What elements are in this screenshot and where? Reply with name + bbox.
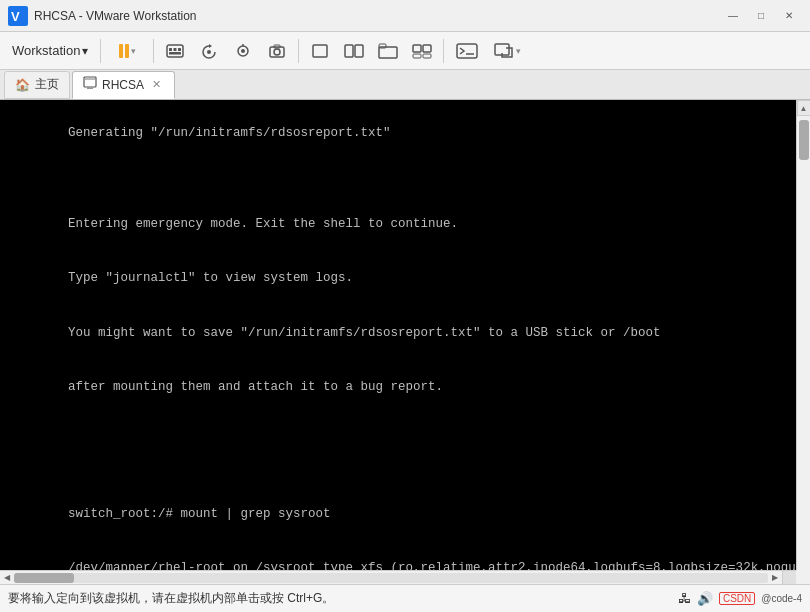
- view-scale-button[interactable]: [407, 37, 437, 65]
- svg-point-8: [207, 50, 211, 54]
- sound-icon: 🔊: [697, 591, 713, 606]
- toolbar: Workstation ▾ ▾: [0, 32, 810, 70]
- scroll-up-button[interactable]: ▲: [797, 100, 811, 116]
- status-message: 要将输入定向到该虚拟机，请在虚拟机内部单击或按 Ctrl+G。: [8, 590, 678, 607]
- view-normal-button[interactable]: [305, 37, 335, 65]
- svg-rect-6: [169, 52, 181, 55]
- tab-home[interactable]: 🏠 主页: [4, 71, 70, 99]
- svg-marker-7: [209, 44, 212, 48]
- tab-home-label: 主页: [35, 76, 59, 93]
- toolbar-separator-3: [298, 39, 299, 63]
- svg-rect-5: [178, 48, 181, 51]
- console-button[interactable]: [450, 37, 484, 65]
- svg-rect-16: [345, 45, 353, 57]
- home-icon: 🏠: [15, 78, 30, 92]
- svg-point-13: [274, 49, 280, 55]
- terminal-line-5: You might want to save "/run/initramfs/r…: [68, 326, 661, 340]
- svg-rect-23: [423, 54, 431, 58]
- window-title: RHCSA - VMware Workstation: [34, 9, 720, 23]
- maximize-button[interactable]: □: [748, 5, 774, 27]
- svg-rect-28: [87, 87, 93, 89]
- vm-icon: [83, 76, 97, 93]
- svg-rect-27: [84, 77, 96, 87]
- status-right: 🖧 🔊 CSDN @code-4: [678, 591, 802, 606]
- main-content: Generating "/run/initramfs/rdsosreport.t…: [0, 100, 810, 584]
- minimize-button[interactable]: —: [720, 5, 746, 27]
- h-scroll-thumb[interactable]: [14, 573, 74, 583]
- view-split-button[interactable]: [339, 37, 369, 65]
- tab-bar: 🏠 主页 RHCSA ✕: [0, 70, 810, 100]
- pause-icon: [119, 44, 129, 58]
- scroll-left-button[interactable]: ◀: [0, 571, 14, 585]
- svg-rect-22: [413, 54, 421, 58]
- horizontal-scrollbar[interactable]: ◀ ▶: [0, 570, 796, 584]
- title-bar: V RHCSA - VMware Workstation — □ ✕: [0, 0, 810, 32]
- toolbar-separator-1: [100, 39, 101, 63]
- toolbar-separator-2: [153, 39, 154, 63]
- tab-rhcsa[interactable]: RHCSA ✕: [72, 71, 175, 99]
- close-button[interactable]: ✕: [776, 5, 802, 27]
- code-badge: @code-4: [761, 593, 802, 604]
- svg-rect-17: [355, 45, 363, 57]
- window-controls: — □ ✕: [720, 5, 802, 27]
- svg-rect-21: [423, 45, 431, 52]
- terminal-line-3: Entering emergency mode. Exit the shell …: [68, 217, 458, 231]
- tab-rhcsa-close[interactable]: ✕: [149, 77, 164, 92]
- pause-button[interactable]: ▾: [107, 37, 147, 65]
- snapshot-manager-button[interactable]: [228, 37, 258, 65]
- scroll-right-button[interactable]: ▶: [768, 571, 782, 585]
- scroll-thumb[interactable]: [799, 120, 809, 160]
- terminal-line-4: Type "journalctl" to view system logs.: [68, 271, 353, 285]
- view-window-button[interactable]: ▾: [488, 37, 526, 65]
- svg-rect-15: [313, 45, 327, 57]
- svg-text:V: V: [11, 9, 20, 24]
- svg-point-10: [241, 49, 245, 53]
- svg-rect-4: [174, 48, 177, 51]
- take-snapshot-button[interactable]: [262, 37, 292, 65]
- svg-rect-24: [457, 44, 477, 58]
- svg-rect-3: [169, 48, 172, 51]
- h-scroll-track: [14, 573, 768, 583]
- vmware-icon: V: [8, 6, 28, 26]
- revert-snapshot-button[interactable]: [194, 37, 224, 65]
- dropdown-arrow-icon: ▾: [82, 44, 88, 58]
- terminal-line-1: Generating "/run/initramfs/rdsosreport.t…: [68, 126, 391, 140]
- svg-rect-18: [379, 47, 397, 58]
- terminal-line-9: switch_root:/# mount | grep sysroot: [68, 507, 331, 521]
- status-bar: 要将输入定向到该虚拟机，请在虚拟机内部单击或按 Ctrl+G。 🖧 🔊 CSDN…: [0, 584, 810, 612]
- vertical-scrollbar[interactable]: ▲: [796, 100, 810, 570]
- toolbar-separator-4: [443, 39, 444, 63]
- network-icon: 🖧: [678, 591, 691, 606]
- terminal-line-6: after mounting them and attach it to a b…: [68, 380, 443, 394]
- view-dropdown-icon: ▾: [516, 46, 521, 56]
- tab-rhcsa-label: RHCSA: [102, 78, 144, 92]
- workstation-label: Workstation: [12, 43, 80, 58]
- send-ctrlaltdel-button[interactable]: [160, 37, 190, 65]
- svg-rect-20: [413, 45, 421, 52]
- terminal-line-10: /dev/mapper/rhel-root on /sysroot type x…: [68, 561, 796, 570]
- workstation-menu-button[interactable]: Workstation ▾: [6, 37, 94, 65]
- csdn-badge: CSDN: [719, 592, 755, 605]
- terminal[interactable]: Generating "/run/initramfs/rdsosreport.t…: [0, 100, 796, 570]
- view-tabs-button[interactable]: [373, 37, 403, 65]
- terminal-output: Generating "/run/initramfs/rdsosreport.t…: [0, 100, 796, 570]
- pause-dropdown-icon: ▾: [131, 46, 136, 56]
